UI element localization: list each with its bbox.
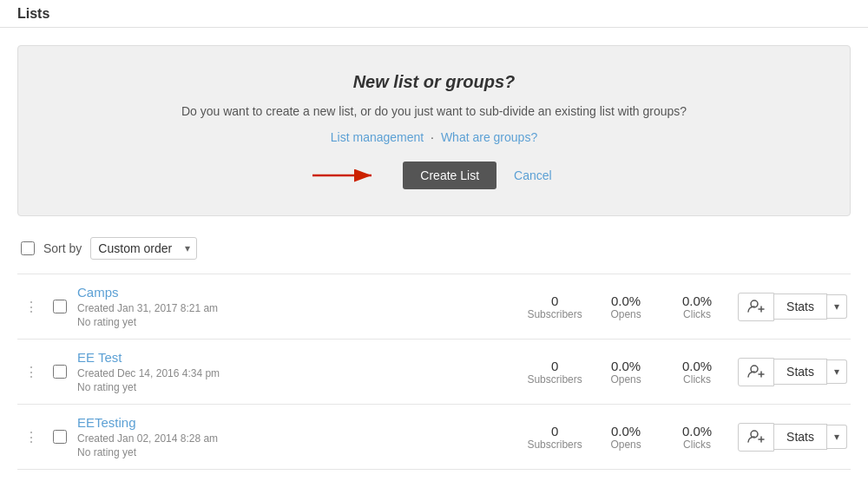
info-banner: New list or groups? Do you want to creat… [17,45,851,216]
cancel-button[interactable]: Cancel [510,162,556,189]
clicks-label: Clicks [683,439,711,451]
what-are-groups-link[interactable]: What are groups? [441,130,537,144]
clicks-value: 0.0% [682,293,712,308]
subscribers-stat: 0 Subscribers [524,293,585,320]
row-actions: Stats ▾ [738,358,847,386]
add-subscriber-icon [747,429,765,445]
list-name[interactable]: EE Test [77,350,514,365]
list-rating: No rating yet [77,446,514,458]
clicks-stat: 0.0% Clicks [667,293,727,320]
chevron-down-icon: ▾ [834,366,839,378]
banner-description: Do you want to create a new list, or do … [53,104,815,118]
row-actions: Stats ▾ [738,293,847,321]
dropdown-button[interactable]: ▾ [827,425,847,449]
sort-label: Sort by [43,241,82,255]
chevron-down-icon: ▾ [834,431,839,443]
opens-value: 0.0% [611,424,641,439]
list-created: Created Jan 31, 2017 8:21 am [77,302,514,314]
list-row: ⋮ EETesting Created Jan 02, 2014 8:28 am… [17,404,851,470]
opens-stat: 0.0% Opens [595,424,656,451]
sort-select[interactable]: Custom order [90,237,197,260]
sort-bar: Sort by Custom order // populate option … [17,237,851,260]
banner-title: New list or groups? [53,72,815,92]
clicks-stat: 0.0% Clicks [667,359,727,386]
subscribers-count: 0 [551,424,558,439]
add-subscriber-icon [747,299,765,315]
list-table: ⋮ Camps Created Jan 31, 2017 8:21 am No … [17,274,851,470]
clicks-value: 0.0% [682,359,712,373]
subscribers-label: Subscribers [527,373,582,386]
link-separator: · [431,130,434,144]
clicks-stat: 0.0% Clicks [667,424,727,451]
subscribers-count: 0 [551,359,558,373]
stats-button[interactable]: Stats [774,359,827,385]
arrow-icon [312,162,382,188]
top-bar: Lists [0,0,868,28]
clicks-value: 0.0% [682,424,712,439]
subscribers-label: Subscribers [527,308,582,320]
subscribers-stat: 0 Subscribers [524,424,585,451]
opens-stat: 0.0% Opens [595,293,656,320]
add-subscriber-button[interactable] [738,423,774,452]
add-subscriber-button[interactable] [738,358,774,386]
subscribers-count: 0 [551,293,558,308]
row-checkbox-0[interactable] [53,300,67,313]
row-checkbox-2[interactable] [53,430,67,444]
dropdown-button[interactable]: ▾ [827,294,847,319]
opens-value: 0.0% [611,293,641,308]
add-subscriber-icon [747,364,765,380]
list-info: EE Test Created Dec 14, 2016 4:34 pm No … [77,350,514,393]
main-content: New list or groups? Do you want to creat… [0,28,868,470]
sort-select-wrapper: Custom order // populate option text con… [90,237,197,260]
opens-label: Opens [610,439,641,451]
list-row: ⋮ Camps Created Jan 31, 2017 8:21 am No … [17,274,851,339]
drag-handle[interactable]: ⋮ [21,429,43,445]
chevron-down-icon: ▾ [834,300,839,313]
opens-stat: 0.0% Opens [595,359,656,386]
stats-button[interactable]: Stats [774,293,827,320]
dropdown-button[interactable]: ▾ [827,359,847,384]
list-info: Camps Created Jan 31, 2017 8:21 am No ra… [77,285,514,328]
row-actions: Stats ▾ [738,423,847,452]
row-checkbox-1[interactable] [53,365,67,379]
logo: Lists [17,6,49,22]
drag-handle[interactable]: ⋮ [21,364,43,380]
create-list-button[interactable]: Create List [403,162,496,189]
list-rating: No rating yet [77,381,514,393]
banner-actions: Create List Cancel [53,162,815,189]
list-rating: No rating yet [77,316,514,328]
select-all-checkbox[interactable] [21,241,35,255]
banner-links: List management · What are groups? [53,130,815,144]
list-info: EETesting Created Jan 02, 2014 8:28 am N… [77,415,514,458]
drag-handle[interactable]: ⋮ [21,299,43,315]
add-subscriber-button[interactable] [738,293,774,321]
list-created: Created Dec 14, 2016 4:34 pm [77,367,514,379]
subscribers-label: Subscribers [527,439,582,451]
list-name[interactable]: Camps [77,285,514,300]
list-row: ⋮ EE Test Created Dec 14, 2016 4:34 pm N… [17,339,851,404]
list-name[interactable]: EETesting [77,415,514,430]
list-created: Created Jan 02, 2014 8:28 am [77,432,514,445]
clicks-label: Clicks [683,308,711,320]
opens-label: Opens [610,308,641,320]
subscribers-stat: 0 Subscribers [524,359,585,386]
stats-button[interactable]: Stats [774,424,827,450]
list-management-link[interactable]: List management [331,130,424,144]
opens-label: Opens [610,373,641,386]
opens-value: 0.0% [611,359,641,373]
clicks-label: Clicks [683,373,711,386]
